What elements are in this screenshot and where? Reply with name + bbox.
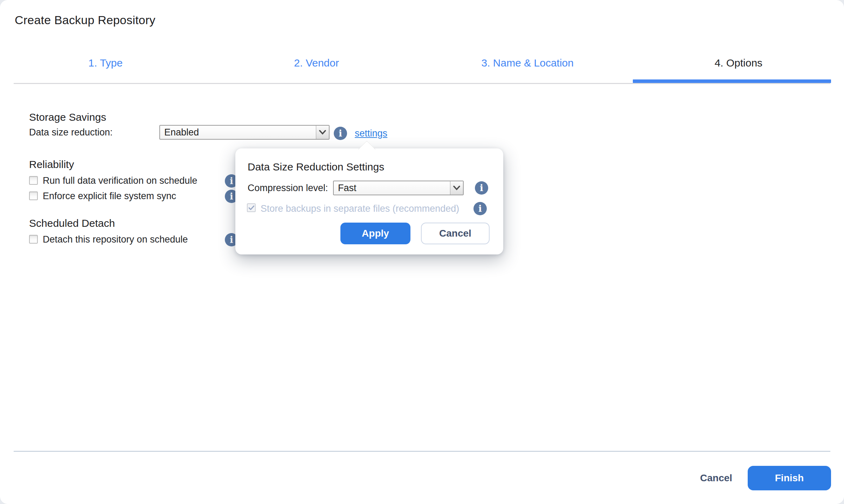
active-tab-indicator — [633, 79, 831, 83]
popover-cancel-button[interactable]: Cancel — [421, 223, 490, 244]
info-icon[interactable] — [475, 181, 488, 195]
tab-options[interactable]: 4. Options — [633, 52, 844, 74]
checkbox-detach-schedule[interactable] — [29, 235, 38, 244]
checkbox-separate-files-label: Store backups in separate files (recomme… — [261, 203, 459, 215]
wizard-steps: 1. Type 2. Vendor 3. Name & Location 4. … — [0, 52, 844, 74]
tab-type[interactable]: 1. Type — [0, 52, 211, 74]
data-size-reduction-select[interactable]: Enabled — [159, 125, 330, 140]
checkbox-enforce-sync[interactable] — [29, 191, 38, 200]
chevron-down-icon — [316, 126, 329, 139]
info-icon[interactable] — [473, 202, 487, 215]
checkbox-separate-files — [247, 203, 256, 212]
footer-divider — [14, 451, 830, 452]
compression-level-label: Compression level: — [248, 181, 328, 195]
info-icon[interactable] — [334, 127, 347, 140]
popover-title: Data Size Reduction Settings — [248, 161, 384, 173]
compression-level-select[interactable]: Fast — [333, 181, 464, 195]
data-size-reduction-popover: Data Size Reduction Settings Compression… — [235, 148, 503, 254]
checkbox-run-verification-label: Run full data verification on schedule — [43, 175, 197, 186]
wizard-window: Create Backup Repository 1. Type 2. Vend… — [0, 0, 844, 504]
page-title: Create Backup Repository — [15, 13, 155, 27]
settings-link[interactable]: settings — [355, 126, 387, 141]
footer-cancel-button[interactable]: Cancel — [695, 468, 737, 489]
storage-savings-heading: Storage Savings — [29, 111, 106, 123]
finish-button[interactable]: Finish — [748, 466, 831, 490]
scheduled-detach-heading: Scheduled Detach — [29, 217, 115, 229]
tab-underline-track — [14, 83, 830, 84]
data-size-reduction-label: Data size reduction: — [29, 125, 113, 140]
checkbox-run-verification[interactable] — [29, 176, 38, 185]
checkbox-enforce-sync-label: Enforce explicit file system sync — [43, 190, 176, 202]
checkbox-detach-schedule-label: Detach this repository on schedule — [43, 234, 188, 245]
reliability-heading: Reliability — [29, 159, 74, 170]
data-size-reduction-value: Enabled — [160, 127, 316, 138]
tab-vendor[interactable]: 2. Vendor — [211, 52, 422, 74]
compression-level-value: Fast — [334, 183, 450, 194]
apply-button[interactable]: Apply — [340, 223, 410, 244]
wizard-dialog: Create Backup Repository 1. Type 2. Vend… — [0, 0, 844, 504]
chevron-down-icon — [450, 181, 463, 195]
popover-arrow — [358, 141, 375, 158]
tab-name-location[interactable]: 3. Name & Location — [422, 52, 633, 74]
